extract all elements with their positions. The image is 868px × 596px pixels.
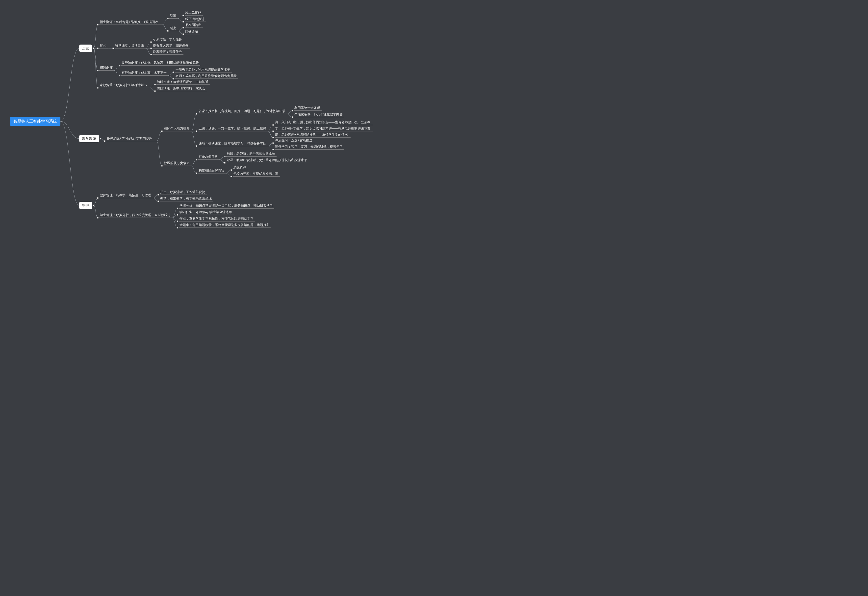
node-text: 转化	[100, 44, 106, 47]
leaf-node: 有经验老师：成本高、水平不一	[119, 71, 168, 76]
connector	[178, 28, 183, 31]
leaf-node: 招聘老师	[97, 66, 114, 71]
leaf-node: 作业：查看学生学习积极性，方便老师跟进辅助学习	[177, 217, 255, 222]
node-text: 教学，精准教学，教学效果直观呈现	[160, 196, 212, 200]
leaf-node: 课后练习：选题+智能推送	[272, 138, 315, 144]
node-text: 家校沟通：数据分析+学习计划书	[100, 83, 147, 87]
connector	[114, 66, 120, 71]
node-text: 学：老师教+学生学，知识点或习题精讲——帮助老师控制讲课节奏	[275, 127, 371, 130]
connector	[146, 42, 151, 48]
leaf-node: 磨课：老带新，新手老师快速成长	[224, 152, 276, 157]
node-text: 课后练习：选题+智能推送	[275, 138, 313, 142]
connector	[191, 160, 196, 166]
node-text: 零经验老师：成本低、风险高，利用移动课堂降低风险	[121, 61, 199, 65]
connector	[268, 143, 273, 146]
node-text: 裂变	[170, 26, 176, 30]
node-text: 教学教研	[82, 137, 96, 140]
node-text: 招生，数据清晰，工作简单便捷	[160, 190, 205, 194]
node-text: 挖掘放大需求：测评任务	[153, 44, 188, 47]
node-text: 随时沟通：每节课后反馈，主动沟通	[157, 80, 208, 84]
node-text: 教师管理：能教学，能招生，可管理	[100, 193, 151, 197]
node-text: 作业：查看学生学习积极性，方便老师跟进辅助学习	[179, 217, 254, 220]
connector	[268, 125, 273, 131]
connector	[172, 218, 177, 221]
connector	[94, 198, 98, 205]
node-text: 智易答人工智能学习系统	[13, 119, 57, 123]
leaf-node: 阶段沟通：期中期末总结，家长会	[154, 86, 207, 92]
connector	[114, 71, 120, 75]
leaf-node: 错题集：每日错题收录，系统智能识别多次答错的题，错题打印	[177, 223, 271, 229]
leaf-node: 学：老师教+学生学，知识点或习题精讲——帮助老师控制讲课节奏	[272, 127, 373, 132]
mgmt-subtree: 教师管理：能教学，能招生，可管理学生管理：数据分析，四个维度管理，全时段跟进招生…	[94, 190, 274, 229]
node-text: 学情分析：知识点掌握情况一目了然，细分知识点，辅助日常学习	[180, 204, 273, 207]
connector	[149, 88, 155, 91]
node-text: 招聘老师	[99, 66, 113, 69]
node-text: 个性化备课，补充个性化教学内容	[294, 112, 342, 116]
node-text: 校区的核心竞争力	[164, 161, 190, 165]
leaf-node: 家校沟通：数据分析+学习计划书	[97, 83, 149, 89]
node-text: 系统资源	[233, 165, 246, 169]
teach-subtree: 备课系统+学习系统+学校内容库教师个人能力提升校区的核心竞争力备课：找资料（音视…	[100, 106, 373, 177]
connector	[156, 141, 162, 166]
connector	[94, 48, 98, 88]
node-text: 上课：班课、一对一教学、线下授课、线上授课	[199, 127, 266, 130]
connector	[226, 173, 231, 177]
connector	[172, 218, 177, 228]
leaf-node: 教师管理：能教学，能招生，可管理	[97, 193, 153, 199]
leaf-node: 评课：教学环节清晰，更注重老师的授课技能和控课水平	[224, 158, 309, 164]
connector	[162, 19, 168, 25]
leaf-node: 学校内容库：实现优质资源共享	[230, 172, 280, 177]
connector	[61, 121, 79, 139]
leaf-node: 延伸学习：预习、复习，知识点讲解，视频学习	[272, 145, 344, 150]
node-text: 引流	[170, 14, 176, 18]
node-text: 课后：移动课堂，随时随地学习，对设备要求低	[199, 141, 266, 145]
leaf-node: 裂变	[167, 26, 178, 32]
node-text: 名师：成本高，利用系统降低老师出走风险	[176, 74, 237, 78]
node-text: 运营	[82, 46, 89, 50]
node-text: 备课：找资料（音视频、图片、例题、习题），设计教学环节	[199, 109, 285, 113]
connector	[268, 131, 273, 137]
leaf-node: 测：入门测+出门测，找出薄弱知识点——告诉老师教什么，怎么教	[272, 120, 373, 126]
connector	[178, 19, 183, 22]
connector	[94, 205, 98, 218]
connector	[61, 121, 79, 205]
connector	[162, 25, 168, 31]
connector	[191, 114, 196, 131]
node-text: 线下活动推进	[185, 17, 205, 21]
leaf-node: 学习任务：老师教与 学生学全情追踪	[177, 210, 234, 215]
node-text: 评课：教学环节清晰，更注重老师的授课技能和控课水平	[227, 158, 307, 162]
node-text: 学生管理：数据分析，四个维度管理，全时段跟进	[100, 213, 171, 217]
node-text: 学习任务：老师教与 学生学全情追踪	[180, 210, 232, 214]
node-text: 测：入门测+出门测，找出薄弱知识点——告诉老师教什么，怎么教	[275, 120, 371, 124]
ops-subtree: 招生测评：各种专题+品牌推广+数据回收转化招聘老师家校沟通：数据分析+学习计划书…	[94, 10, 238, 92]
connector	[191, 131, 196, 146]
connector	[219, 160, 225, 163]
node-text: 刺激转正：视频任务	[153, 50, 182, 53]
connector	[178, 31, 183, 34]
connector	[287, 114, 292, 117]
leaf-node: 课后：移动课堂，随时随地学习，对设备要求低	[196, 141, 268, 147]
node-text: 移动课堂：灵活自由	[115, 44, 144, 47]
leaf-node: 一般教学老师：利用系统提高教学水平	[173, 68, 232, 73]
node-text: 备课系统+学习系统+学校内容库	[107, 136, 152, 140]
leaf-node: 名师：成本高，利用系统降低老师出走风险	[173, 74, 238, 80]
connector	[219, 156, 225, 160]
leaf-node: 教学，精准教学，教学效果直观呈现	[158, 196, 213, 202]
leaf-node: 线上二维码	[183, 10, 203, 16]
leaf-node: 打造教师团队	[196, 155, 219, 160]
leaf-node: 随时沟通：每节课后反馈，主动沟通	[154, 80, 210, 86]
leaf-node: 备课系统+学习系统+学校内容库	[104, 136, 156, 142]
node-text: 一般教学老师：利用系统提高教学水平	[176, 68, 230, 71]
leaf-node: 招生，数据清晰，工作简单便捷	[158, 190, 207, 196]
node-text: 练：老师选题+系统智能推题——反馈学生学的情况	[275, 133, 348, 136]
connector	[178, 15, 183, 19]
connector	[168, 72, 174, 75]
connector	[268, 146, 273, 149]
leaf-node: 移动课堂：灵活自由	[112, 44, 146, 49]
leaf-node: 口碑介绍	[183, 30, 199, 35]
connector	[226, 170, 231, 173]
node-text: 有经验老师：成本高、水平不一	[121, 71, 167, 75]
leaf-node: 教师个人能力提升	[161, 127, 191, 132]
connector	[94, 25, 98, 48]
connector	[287, 111, 292, 114]
